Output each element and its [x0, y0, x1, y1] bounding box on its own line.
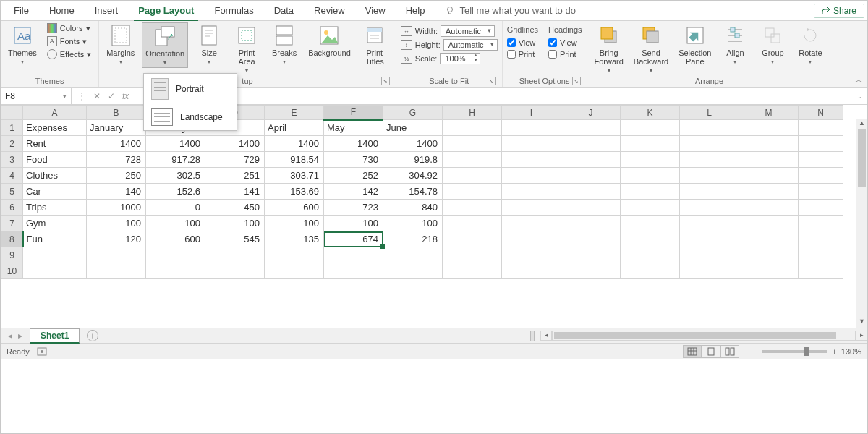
cell-I9[interactable] — [502, 247, 561, 263]
cell-H5[interactable] — [443, 184, 502, 200]
cell-F9[interactable] — [324, 247, 383, 263]
cell-H10[interactable] — [443, 263, 502, 279]
cell-C2[interactable]: 1400 — [146, 136, 205, 152]
gridlines-view-check[interactable]: View — [507, 38, 538, 47]
select-all-corner[interactable] — [1, 106, 23, 120]
orientation-landscape[interactable]: Landscape — [144, 104, 237, 130]
height-select[interactable]: Automatic — [443, 39, 498, 51]
cell-G7[interactable]: 100 — [383, 216, 443, 231]
cell-B4[interactable]: 250 — [87, 168, 146, 184]
cell-I7[interactable] — [502, 216, 561, 231]
cell-N9[interactable] — [799, 247, 843, 263]
cell-D3[interactable]: 729 — [205, 152, 265, 168]
enter-icon[interactable]: ✓ — [108, 91, 115, 101]
cancel-icon[interactable]: ✕ — [93, 91, 101, 101]
cell-G4[interactable]: 304.92 — [383, 168, 443, 184]
cell-M4[interactable] — [739, 168, 799, 184]
cell-M7[interactable] — [739, 216, 799, 231]
cell-J7[interactable] — [561, 216, 621, 231]
cell-E3[interactable]: 918.54 — [265, 152, 324, 168]
add-sheet-button[interactable]: ＋ — [87, 330, 98, 341]
cell-L9[interactable] — [680, 247, 739, 263]
cell-E5[interactable]: 153.69 — [265, 184, 324, 200]
fx-icon[interactable]: fx — [122, 91, 129, 101]
collapse-ribbon-button[interactable]: ︿ — [855, 75, 863, 85]
cell-H6[interactable] — [443, 200, 502, 216]
vertical-scrollbar[interactable]: ▲ ▼ — [856, 119, 867, 328]
cell-B3[interactable]: 728 — [87, 152, 146, 168]
cell-B5[interactable]: 140 — [87, 184, 146, 200]
hscroll-right-icon[interactable]: ▸ — [856, 331, 867, 341]
tab-home[interactable]: Home — [39, 1, 85, 20]
scroll-up-icon[interactable]: ▲ — [856, 119, 867, 129]
cell-A5[interactable]: Car — [23, 184, 87, 200]
cell-N2[interactable] — [799, 136, 843, 152]
cell-I8[interactable] — [502, 231, 561, 247]
col-header-H[interactable]: H — [443, 106, 502, 120]
cell-J5[interactable] — [561, 184, 621, 200]
cell-F5[interactable]: 142 — [324, 184, 383, 200]
zoom-out-button[interactable]: − — [754, 347, 758, 356]
cell-B2[interactable]: 1400 — [87, 136, 146, 152]
sheet-options-launcher[interactable]: ↘ — [572, 77, 581, 85]
col-header-M[interactable]: M — [739, 106, 799, 120]
scroll-thumb[interactable] — [858, 129, 866, 187]
cell-E4[interactable]: 303.71 — [265, 168, 324, 184]
cell-M5[interactable] — [739, 184, 799, 200]
row-header-6[interactable]: 6 — [1, 200, 23, 216]
cell-I2[interactable] — [502, 136, 561, 152]
col-header-B[interactable]: B — [87, 106, 146, 120]
cell-I5[interactable] — [502, 184, 561, 200]
hscroll-thumb[interactable] — [554, 332, 836, 339]
col-header-G[interactable]: G — [383, 106, 443, 120]
cell-F1[interactable]: May — [324, 120, 383, 136]
col-header-A[interactable]: A — [23, 106, 87, 120]
cell-J6[interactable] — [561, 200, 621, 216]
cell-H1[interactable] — [443, 120, 502, 136]
headings-print-check[interactable]: Print — [548, 50, 582, 59]
print-titles-button[interactable]: Print Titles — [358, 22, 391, 67]
view-normal-button[interactable] — [683, 345, 702, 358]
cell-G5[interactable]: 154.78 — [383, 184, 443, 200]
cell-I4[interactable] — [502, 168, 561, 184]
cell-H2[interactable] — [443, 136, 502, 152]
orientation-portrait[interactable]: Portrait — [144, 74, 237, 104]
cell-A2[interactable]: Rent — [23, 136, 87, 152]
cell-K9[interactable] — [621, 247, 680, 263]
cell-G2[interactable]: 1400 — [383, 136, 443, 152]
cell-E8[interactable]: 135 — [265, 231, 324, 247]
cell-A9[interactable] — [23, 247, 87, 263]
cell-B8[interactable]: 120 — [87, 231, 146, 247]
row-header-10[interactable]: 10 — [1, 263, 23, 279]
cell-B9[interactable] — [87, 247, 146, 263]
cell-I1[interactable] — [502, 120, 561, 136]
cell-M9[interactable] — [739, 247, 799, 263]
cell-E2[interactable]: 1400 — [265, 136, 324, 152]
tab-help[interactable]: Help — [396, 1, 435, 20]
zoom-slider[interactable] — [762, 350, 827, 353]
cell-J2[interactable] — [561, 136, 621, 152]
cell-I3[interactable] — [502, 152, 561, 168]
sheet-prev-icon[interactable]: ◂ — [8, 331, 12, 341]
cell-H4[interactable] — [443, 168, 502, 184]
cell-A3[interactable]: Food — [23, 152, 87, 168]
align-button[interactable]: Align▾ — [718, 22, 752, 67]
row-header-3[interactable]: 3 — [1, 152, 23, 168]
cell-B1[interactable]: January — [87, 120, 146, 136]
tab-page-layout[interactable]: Page Layout — [128, 1, 204, 20]
col-header-F[interactable]: F — [324, 106, 383, 120]
cell-K3[interactable] — [621, 152, 680, 168]
cell-D5[interactable]: 141 — [205, 184, 265, 200]
cell-H7[interactable] — [443, 216, 502, 231]
col-header-L[interactable]: L — [680, 106, 739, 120]
gridlines-print-check[interactable]: Print — [507, 50, 538, 59]
cell-C4[interactable]: 302.5 — [146, 168, 205, 184]
margins-button[interactable]: Margins▾ — [103, 22, 137, 67]
row-header-9[interactable]: 9 — [1, 247, 23, 263]
view-page-layout-button[interactable] — [702, 345, 720, 358]
cell-J1[interactable] — [561, 120, 621, 136]
cell-K5[interactable] — [621, 184, 680, 200]
name-box[interactable]: F8 — [1, 88, 72, 104]
cell-N5[interactable] — [799, 184, 843, 200]
print-area-button[interactable]: Print Area▾ — [230, 22, 263, 75]
